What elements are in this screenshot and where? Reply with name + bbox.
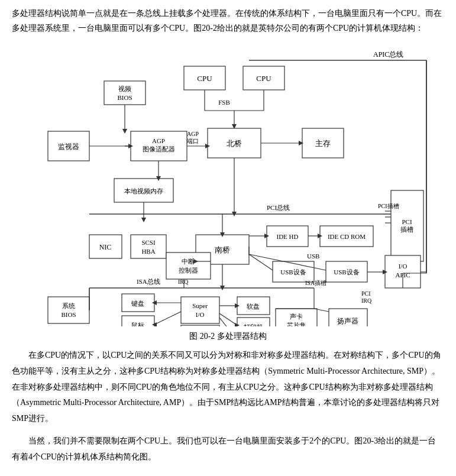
svg-text:I/O: I/O <box>195 311 204 318</box>
svg-text:PCI总线: PCI总线 <box>267 204 290 211</box>
svg-text:IRQ: IRQ <box>178 279 189 285</box>
svg-text:ISA总线: ISA总线 <box>137 278 160 285</box>
svg-text:ISA插槽: ISA插槽 <box>305 280 326 286</box>
svg-text:扬声器: 扬声器 <box>337 317 358 325</box>
svg-text:视频: 视频 <box>118 85 131 92</box>
intro-text: 多处理器结构说简单一点就是在一条总线上挂载多个处理器。在传统的体系结构下，一台电… <box>12 6 444 35</box>
svg-text:USB设备: USB设备 <box>334 268 359 276</box>
svg-rect-93 <box>166 252 211 279</box>
svg-line-126 <box>219 318 237 326</box>
svg-text:PCI: PCI <box>361 290 371 297</box>
paragraph-2: 当然，我们并不需要限制在两个CPU上。我们也可以在一台电脑里面安装多于2个的CP… <box>12 433 444 465</box>
svg-text:芯片集: 芯片集 <box>286 322 306 326</box>
svg-text:插槽: 插槽 <box>400 226 413 233</box>
svg-text:键盘: 键盘 <box>131 300 144 307</box>
svg-text:软盘: 软盘 <box>247 303 260 310</box>
svg-text:IDE HD: IDE HD <box>276 233 298 240</box>
svg-text:NIC: NIC <box>99 243 111 251</box>
svg-text:PCI: PCI <box>402 218 412 225</box>
svg-text:CPU: CPU <box>197 74 212 83</box>
svg-text:BIOS: BIOS <box>61 311 76 318</box>
svg-text:I/O: I/O <box>398 263 407 270</box>
diagram-caption: 图 20-2 多处理器结构 <box>12 331 444 342</box>
svg-text:PCI插槽: PCI插槽 <box>378 203 399 209</box>
svg-text:南桥: 南桥 <box>215 245 230 254</box>
svg-text:中断: 中断 <box>182 258 195 265</box>
svg-rect-56 <box>131 235 166 258</box>
svg-marker-42 <box>141 218 146 222</box>
svg-text:鼠标: 鼠标 <box>131 322 144 326</box>
svg-text:CPU: CPU <box>256 74 271 83</box>
svg-text:本地视频内存: 本地视频内存 <box>124 187 163 195</box>
architecture-diagram: APIC总线 CPU CPU FSB 视频 BIOS 北桥 主存 AGP 图像适… <box>12 43 444 326</box>
svg-line-112 <box>154 312 181 325</box>
svg-text:BIOS: BIOS <box>117 94 132 101</box>
svg-text:监视器: 监视器 <box>58 143 79 151</box>
svg-text:图像适配器: 图像适配器 <box>142 145 174 153</box>
svg-text:SCSI: SCSI <box>141 239 156 246</box>
svg-text:HBA: HBA <box>141 248 155 255</box>
svg-line-124 <box>219 313 237 325</box>
svg-text:系统: 系统 <box>62 302 75 309</box>
svg-text:USB设备: USB设备 <box>280 268 306 276</box>
svg-text:AGP: AGP <box>187 131 199 137</box>
svg-text:控制器: 控制器 <box>178 267 198 274</box>
svg-marker-36 <box>122 129 127 134</box>
svg-text:主存: 主存 <box>315 139 331 148</box>
svg-text:声卡: 声卡 <box>290 313 303 320</box>
svg-text:北桥: 北桥 <box>227 139 242 148</box>
svg-rect-103 <box>181 297 219 323</box>
svg-text:端口: 端口 <box>187 138 199 144</box>
svg-text:FSB: FSB <box>218 99 230 106</box>
paragraph-1: 在多CPU的情况下，以CPU之间的关系不同又可以分为对称和非对称多处理器结构。在… <box>12 348 444 426</box>
svg-text:Super: Super <box>192 302 208 309</box>
svg-text:IDE CD ROM: IDE CD ROM <box>327 233 365 240</box>
svg-text:APIC总线: APIC总线 <box>373 50 403 59</box>
svg-rect-114 <box>181 325 219 326</box>
svg-rect-98 <box>48 297 89 323</box>
diagram-container: APIC总线 CPU CPU FSB 视频 BIOS 北桥 主存 AGP 图像适… <box>12 43 444 326</box>
svg-text:USB: USB <box>307 252 319 260</box>
svg-rect-13 <box>104 81 145 105</box>
svg-text:打印机: 打印机 <box>242 323 263 326</box>
svg-text:IRQ: IRQ <box>361 297 372 304</box>
svg-text:AGP: AGP <box>151 137 164 144</box>
